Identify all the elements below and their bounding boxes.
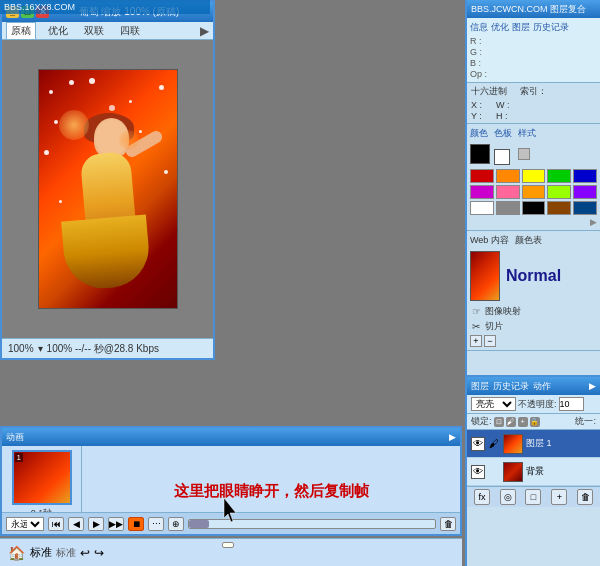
unify-label: 统一:	[575, 415, 596, 428]
op-val	[501, 69, 597, 79]
normal-text: Normal	[506, 267, 561, 285]
layer-eye-bg[interactable]: 👁	[471, 465, 485, 479]
fx-button[interactable]: fx	[474, 489, 490, 505]
lock-label: 锁定:	[471, 415, 492, 428]
b-val	[501, 58, 597, 68]
lock-paint-icon[interactable]: 🖌	[506, 417, 516, 427]
swatch-13[interactable]	[547, 201, 571, 215]
home-icon[interactable]: 🏠	[6, 543, 26, 563]
swatch-3[interactable]	[547, 169, 571, 183]
tab-history[interactable]: 历史记录	[533, 21, 569, 34]
anim-first-btn[interactable]: ⏮	[48, 517, 64, 531]
swatch-8[interactable]	[547, 185, 571, 199]
colors-tabs: 颜色 色板 样式	[470, 127, 597, 140]
g-label: G :	[470, 47, 500, 57]
opacity-input[interactable]	[559, 397, 584, 411]
loop-select[interactable]: 永远 一次 3次	[6, 517, 44, 531]
anim-tween-btn[interactable]: ⋯	[148, 517, 164, 531]
anim-titlebar: 动画 ▶	[2, 428, 460, 446]
image-canvas	[2, 40, 213, 338]
tab-history-main[interactable]: 历史记录	[493, 380, 529, 393]
cursor-area	[220, 496, 244, 528]
layers-titlebar: 图层 历史记录 动作 ▶	[467, 377, 600, 395]
anim-next-btn[interactable]: ▶▶	[108, 517, 124, 531]
background-color[interactable]	[494, 149, 510, 165]
swatch-10[interactable]	[470, 201, 494, 215]
swatch-4[interactable]	[573, 169, 597, 183]
layer-brush-bg	[488, 466, 500, 478]
layer-thumb-1	[503, 434, 523, 454]
slice-item[interactable]: ✂ 切片	[470, 320, 597, 333]
watermark-bar: BBS.16XX8.COM	[0, 0, 210, 14]
layers-controls: 亮壳 不透明度:	[467, 395, 600, 414]
slice-label: 切片	[485, 320, 503, 333]
tab-original[interactable]: 原稿	[6, 22, 36, 39]
r-label: R :	[470, 36, 500, 46]
layer-brush-1[interactable]: 🖌	[488, 438, 500, 450]
layer-item-bg[interactable]: 👁 背景	[467, 458, 600, 486]
layers-menu-icon[interactable]: ▶	[589, 381, 596, 391]
file-status: 100% --/-- 秒@28.8 Kbps	[47, 342, 159, 356]
tab-layers-main[interactable]: 图层	[471, 380, 489, 393]
anim-play-btn[interactable]: ▶	[88, 517, 104, 531]
tabs-arrow[interactable]: ▶	[200, 24, 209, 38]
redo-icon[interactable]: ↪	[94, 546, 104, 560]
foreground-color[interactable]	[470, 144, 490, 164]
anim-frame-num: 1	[15, 453, 23, 462]
swatch-11[interactable]	[496, 201, 520, 215]
tab-colors[interactable]: 颜色	[470, 127, 488, 140]
lock-transparent-icon[interactable]: ⊡	[494, 417, 504, 427]
anim-title: 动画	[6, 431, 24, 444]
tab-optimize[interactable]: 优化	[491, 21, 509, 34]
anim-menu-icon[interactable]: ▶	[449, 432, 456, 442]
anim-copy-btn[interactable]: ⊕	[168, 517, 184, 531]
swatch-1[interactable]	[496, 169, 520, 183]
right-panel-header: BBS.JCWCN.COM 图层复合	[467, 0, 600, 18]
anim-prev-btn[interactable]: ◀	[68, 517, 84, 531]
tab-layers[interactable]: 图层	[512, 21, 530, 34]
tab-swatches[interactable]: 色板	[494, 127, 512, 140]
swatch-0[interactable]	[470, 169, 494, 183]
delete-layer-button[interactable]: 🗑	[577, 489, 593, 505]
tab-actions-main[interactable]: 动作	[533, 380, 551, 393]
swatch-6[interactable]	[496, 185, 520, 199]
anim-frame-1[interactable]: 1	[12, 450, 72, 505]
web-thumbnail	[470, 251, 500, 301]
tab-optimized[interactable]: 优化	[44, 23, 72, 39]
anim-delete-btn[interactable]: 🗑	[440, 517, 456, 531]
r-val	[501, 36, 597, 46]
lock-all-icon[interactable]: 🔒	[530, 417, 540, 427]
h-label: H :	[496, 111, 516, 121]
layer-eye-1[interactable]: 👁	[471, 437, 485, 451]
tab-quad[interactable]: 四联	[116, 23, 144, 39]
web-content-tab[interactable]: Web 内容	[470, 234, 509, 247]
anim-stop-btn[interactable]: ⏹	[128, 517, 144, 531]
lock-position-icon[interactable]: +	[518, 417, 528, 427]
color-table-tab[interactable]: 颜色表	[515, 234, 542, 247]
info-section: 信息 优化 图层 历史记录 R : G : B : Op :	[467, 18, 600, 83]
undo-icon[interactable]: ↩	[80, 546, 90, 560]
delete-icon[interactable]: −	[484, 335, 496, 347]
blend-mode-select[interactable]: 亮壳	[471, 397, 516, 411]
image-statusbar: 100% ▾ 100% --/-- 秒@28.8 Kbps	[2, 338, 213, 358]
new-layer-button[interactable]: +	[551, 489, 567, 505]
mask-button[interactable]: ◎	[500, 489, 516, 505]
swatch-9[interactable]	[573, 185, 597, 199]
image-tabs: 原稿 优化 双联 四联 ▶	[2, 22, 213, 40]
add-icon[interactable]: +	[470, 335, 482, 347]
opacity-label: 不透明度:	[518, 398, 557, 411]
new-group-button[interactable]: □	[525, 489, 541, 505]
image-map-item[interactable]: ☞ 图像映射	[470, 305, 597, 318]
tab-double[interactable]: 双联	[80, 23, 108, 39]
w-label: W :	[496, 100, 516, 110]
swatch-14[interactable]	[573, 201, 597, 215]
layer-item-1[interactable]: 👁 🖌 图层 1	[467, 430, 600, 458]
tab-info[interactable]: 信息	[470, 21, 488, 34]
swatch-5[interactable]	[470, 185, 494, 199]
tab-styles[interactable]: 样式	[518, 127, 536, 140]
swatch-12[interactable]	[522, 201, 546, 215]
swatch-2[interactable]	[522, 169, 546, 183]
image-window: _ □ ✕ 葡萄 缩放 100% (原稿) 原稿 优化 双联 四联 ▶	[0, 0, 215, 360]
swatch-7[interactable]	[522, 185, 546, 199]
color-reset[interactable]	[518, 148, 530, 160]
